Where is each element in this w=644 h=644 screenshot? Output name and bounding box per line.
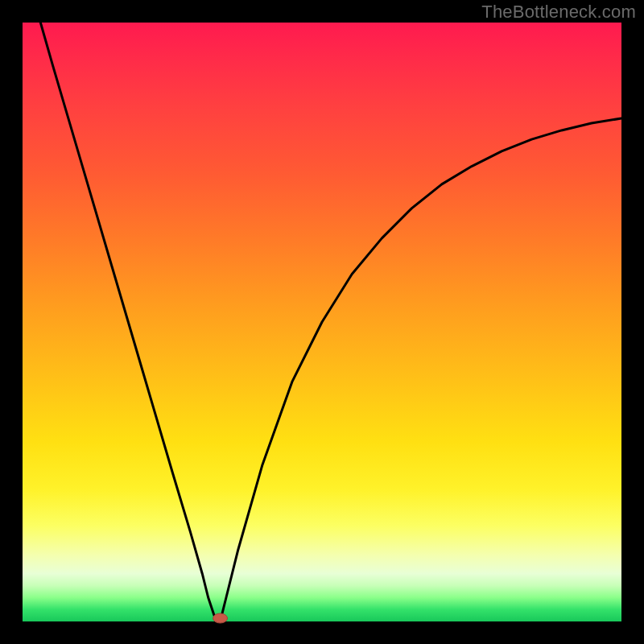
- plot-area: [23, 23, 621, 621]
- bottleneck-curve: [40, 23, 621, 621]
- minimum-marker: [213, 613, 228, 623]
- watermark-text: TheBottleneck.com: [481, 2, 636, 23]
- chart-frame: TheBottleneck.com: [0, 0, 644, 644]
- curve-svg: [23, 23, 621, 621]
